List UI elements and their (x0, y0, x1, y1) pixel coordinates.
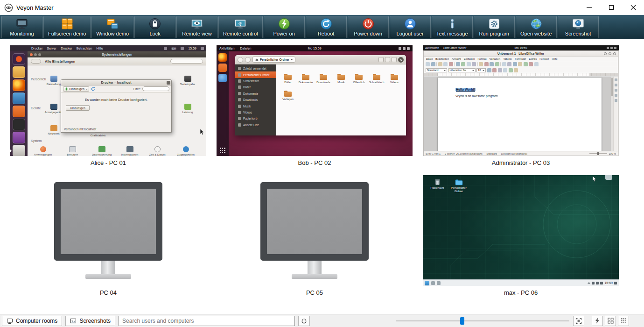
toolbar-label: Window demo (96, 31, 129, 36)
monitor-screen (267, 189, 362, 254)
computer-rooms-button[interactable]: Computer rooms (2, 316, 62, 326)
computer-rooms-label: Computer rooms (16, 318, 57, 324)
toolbar-button-remote-control[interactable]: Remote control (218, 16, 263, 38)
toolbar-button-logout-user[interactable]: Logout user (390, 16, 431, 38)
header-buttons (378, 57, 404, 63)
computer-tile-bob-pc02[interactable]: Aktivitäten Dateien Mo 15:59 Persönliche… (217, 45, 413, 165)
filter-label: Filter: (133, 87, 140, 91)
printer-dialog-toolbar: Hinzufügen Filter: (61, 85, 171, 92)
power-menu-button[interactable] (298, 316, 310, 326)
sidebar-item: Bilder (235, 84, 276, 90)
application-launcher-icon (425, 281, 429, 285)
toolbar-button-text-message[interactable]: Text message (432, 16, 473, 38)
settings-item: Zeit & Datum (147, 146, 168, 156)
backup-icon (98, 146, 105, 152)
monitor-screen (61, 189, 156, 254)
toolbar-button-screenshot[interactable]: Screenshot (558, 16, 599, 38)
align-computers-button[interactable] (618, 316, 629, 326)
settings-item: Informationen (119, 146, 140, 156)
settings-item: Anwendungen (32, 146, 54, 156)
grid-icon (608, 318, 614, 324)
files-headerbar: Persönlicher Ordner (235, 55, 406, 64)
use-custom-positions-button[interactable] (605, 316, 616, 326)
folder-item: Öffentlich (350, 75, 368, 84)
toolbar-button-fullscreen-demo[interactable]: Fullscreen demo (43, 16, 91, 38)
toolbar-button-power-on[interactable]: Power on (264, 16, 305, 38)
paragraph-style-combo: Standard (426, 68, 447, 72)
toolbar-button-power-down[interactable]: Power down (348, 16, 389, 38)
search-input[interactable] (119, 316, 295, 326)
monitor-bezel (54, 182, 162, 261)
menu-item: Server (47, 47, 57, 50)
monitor-icon (15, 17, 29, 30)
slider-handle[interactable] (460, 317, 464, 325)
spotlight-button[interactable] (592, 316, 603, 326)
settings-toolbar: Alle Einstellungen (28, 57, 206, 65)
thumbnail-size-slider[interactable] (396, 317, 569, 325)
computer-tile-alice-pc01[interactable]: Drucker Server Drucker Betrachten Hilfe … (10, 45, 206, 165)
computer-tile-administrator-pc03[interactable]: Aktivitäten LibreOffice Writer Mo 15:59 … (423, 45, 619, 165)
dialog-close-icon (167, 81, 170, 85)
remote-view-icon (190, 17, 204, 30)
app-grid-icon (220, 148, 225, 153)
toolbar-button-window-demo[interactable]: Window demo (91, 16, 133, 38)
focused-app-label: LibreOffice Writer (443, 46, 466, 50)
settings-item: Texteingabe (177, 76, 198, 86)
libreoffice-icon (13, 92, 25, 104)
unity-launcher (10, 51, 28, 156)
toolbar-button-run-program[interactable]: Run program (474, 16, 515, 38)
font-name-combo: Liberation Se (448, 68, 476, 72)
computer-tile-max-pc06[interactable]: Papierkorb Persönlicher Ordner (423, 175, 619, 295)
home-icon (255, 58, 259, 61)
zoom-level: 100 % (609, 152, 616, 155)
zoom-control: 100 % (589, 152, 616, 155)
window-close-icon (398, 57, 404, 63)
folder-icon (284, 92, 292, 97)
refresh-icon (91, 87, 95, 91)
files-sidebar: Zuletzt verwendet Persönlicher Ordner Sc… (235, 64, 276, 135)
pager-icon (431, 281, 435, 285)
power-on-icon (277, 17, 291, 30)
notifications-tray-icon (600, 282, 603, 284)
toolbar-label: Power down (354, 31, 382, 36)
computer-tile-pc04[interactable]: PC 04 (10, 175, 206, 295)
toolbar-label: Lock (149, 31, 160, 36)
system-tray: 15:59 (588, 281, 617, 285)
computer-caption: PC 04 (100, 289, 117, 296)
toolbar-label: Monitoring (10, 31, 34, 36)
monitor-stand (308, 261, 322, 274)
screenshots-label: Screenshots (79, 318, 111, 324)
toolbar-button-remote-view[interactable]: Remote view (176, 16, 217, 38)
minimize-button[interactable] (578, 0, 600, 15)
plasma-toolbox (605, 175, 612, 180)
auto-fit-button[interactable] (573, 316, 584, 326)
slider-track[interactable] (396, 320, 569, 321)
add-printer-button-secondary: Hinzufügen (66, 105, 90, 111)
maximize-button[interactable] (600, 0, 622, 15)
toolbar-button-monitoring[interactable]: Monitoring (1, 16, 42, 38)
libreoffice-window: Unbenannt 1 - LibreOffice Writer DateiBe… (423, 50, 618, 156)
folder-icon (373, 75, 380, 80)
computer-tile-pc05[interactable]: PC 05 (217, 175, 413, 295)
toolbar-button-reboot[interactable]: Reboot (306, 16, 347, 38)
writer-menubar: DateiBearbeiten AnsichtEinfügen FormatVo… (424, 57, 618, 61)
close-button[interactable] (622, 0, 644, 15)
close-icon (630, 5, 636, 10)
clock-indicator: 15:59 (188, 47, 196, 50)
power-stats-icon (184, 104, 191, 110)
sound-indicator-icon (181, 47, 184, 50)
toolbar-label: Remote control (223, 31, 258, 36)
toolbar-button-open-website[interactable]: Open website (516, 16, 557, 38)
system-settings-icon (13, 132, 25, 143)
screenshots-button[interactable]: Screenshots (65, 316, 115, 326)
toolbar-label: Fullscreen demo (48, 31, 86, 36)
settings-section-label: System (31, 139, 42, 142)
toolbar-button-lock[interactable]: Lock (134, 16, 175, 38)
settings-item: Zugangshilfen (175, 146, 196, 156)
sidebar-item: Papierkorb (235, 115, 276, 121)
network-icon (50, 125, 57, 131)
sidebar-item-selected: Persönlicher Ordner (235, 71, 276, 78)
files-icon (13, 66, 25, 78)
printer-filter-field (142, 86, 169, 91)
folder-item: Dokumente (297, 75, 315, 84)
